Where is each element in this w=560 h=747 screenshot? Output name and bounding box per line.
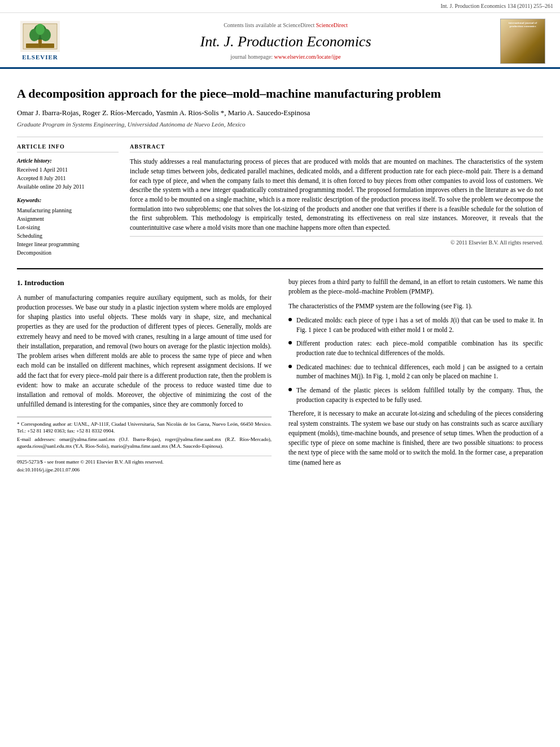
- svg-point-6: [36, 24, 45, 35]
- top-bar: Int. J. Production Economics 134 (2011) …: [0, 0, 560, 13]
- kw-5: Integer linear programming: [17, 240, 119, 248]
- affiliation: Graduate Program in Systems Engineering,…: [17, 120, 543, 129]
- body-col-right: buy pieces from a third party to fulfill…: [288, 277, 543, 474]
- elsevier-tree-icon: [20, 21, 60, 52]
- available-date: Available online 20 July 2011: [17, 183, 119, 191]
- bullet-list: Dedicated molds: each piece of type i ha…: [288, 316, 543, 404]
- kw-3: Lot-sizing: [17, 223, 119, 231]
- kw-1: Manufacturing planning: [17, 206, 119, 215]
- elsevier-logo: ELSEVIER: [9, 21, 71, 62]
- doi-line1: 0925-5273/$ - see front matter © 2011 El…: [17, 458, 272, 466]
- body-col2-p1: buy pieces from a third party to fulfill…: [288, 277, 543, 297]
- authors: Omar J. Ibarra-Rojas, Roger Z. Ríos-Merc…: [17, 108, 543, 118]
- bullet-text-3: Dedicated machines: due to technical dif…: [296, 362, 543, 381]
- doi-section: 0925-5273/$ - see front matter © 2011 El…: [17, 456, 272, 474]
- article-history: Article history: Received 1 April 2011 A…: [17, 157, 119, 191]
- accepted-date: Accepted 8 July 2011: [17, 174, 119, 182]
- history-label: Article history:: [17, 157, 119, 165]
- bullet-dot-1: [288, 318, 292, 321]
- journal-header: ELSEVIER Contents lists available at Sci…: [0, 13, 560, 69]
- contents-line: Contents lists available at ScienceDirec…: [71, 21, 500, 29]
- journal-homepage: journal homepage: www.elsevier.com/locat…: [71, 53, 500, 61]
- bullet-text-4: The demand of the plastic pieces is seld…: [296, 386, 543, 404]
- body-col-left: 1. Introduction A number of manufacturin…: [17, 277, 272, 474]
- copyright-line: © 2011 Elsevier B.V. All rights reserved…: [130, 236, 543, 247]
- journal-title: Int. J. Production Economics: [71, 32, 500, 52]
- body-col1-p1: A number of manufacturing companies requ…: [17, 293, 272, 410]
- keywords-label: Keywords:: [17, 196, 119, 204]
- doi-line2: doi:10.1016/j.ijpe.2011.07.006: [17, 466, 272, 474]
- received-date: Received 1 April 2011: [17, 166, 119, 174]
- abstract-col: ABSTRACT This study addresses a real man…: [130, 143, 543, 257]
- article-info-label: ARTICLE INFO: [17, 143, 119, 152]
- kw-2: Assignment: [17, 215, 119, 223]
- citation: Int. J. Production Economics 134 (2011) …: [440, 3, 553, 9]
- keywords-section: Keywords: Manufacturing planning Assignm…: [17, 196, 119, 257]
- kw-6: Decomposition: [17, 248, 119, 257]
- abstract-text: This study addresses a real manufacturin…: [130, 157, 543, 232]
- body-col2-p3: Therefore, it is necessary to make an ac…: [288, 409, 543, 468]
- bullet-item-1: Dedicated molds: each piece of type i ha…: [288, 316, 543, 334]
- body-section: 1. Introduction A number of manufacturin…: [17, 268, 543, 474]
- body-two-col: 1. Introduction A number of manufacturin…: [17, 277, 543, 474]
- bullet-text-2: Different production rates: each piece–m…: [296, 339, 543, 357]
- footnote-star: * Corresponding author at: UANL, AP-111F…: [17, 421, 272, 435]
- article-info-abstract: ARTICLE INFO Article history: Received 1…: [17, 137, 543, 257]
- abstract-label: ABSTRACT: [130, 143, 543, 152]
- journal-header-center: Contents lists available at ScienceDirec…: [71, 21, 500, 61]
- footnote-email: E-mail addresses: omar@yalma.fime.uanl.m…: [17, 436, 272, 450]
- bullet-dot-3: [288, 365, 292, 368]
- journal-thumbnail: international journal of production econ…: [500, 19, 545, 64]
- section1-title: 1. Introduction: [17, 277, 272, 289]
- bullet-item-2: Different production rates: each piece–m…: [288, 339, 543, 357]
- bullet-text-1: Dedicated molds: each piece of type i ha…: [296, 316, 543, 334]
- elsevier-logo-section: ELSEVIER: [9, 21, 71, 62]
- article-title: A decomposition approach for the piece–m…: [17, 86, 543, 102]
- bullet-item-4: The demand of the plastic pieces is seld…: [288, 386, 543, 404]
- journal-thumb-section: international journal of production econ…: [500, 19, 551, 64]
- footnote-section: * Corresponding author at: UANL, AP-111F…: [17, 417, 272, 450]
- main-content: A decomposition approach for the piece–m…: [0, 69, 560, 480]
- bullet-item-3: Dedicated machines: due to technical dif…: [288, 362, 543, 381]
- homepage-link[interactable]: www.elsevier.com/locate/ijpe: [274, 54, 341, 60]
- article-info-col: ARTICLE INFO Article history: Received 1…: [17, 143, 119, 257]
- bullet-dot-4: [288, 388, 292, 391]
- science-direct-link[interactable]: ScienceDirect: [316, 22, 348, 28]
- body-col2-p2: The characteristics of the PMMP system a…: [288, 302, 543, 311]
- elsevier-name-text: ELSEVIER: [22, 53, 58, 62]
- kw-4: Scheduling: [17, 231, 119, 240]
- bullet-dot-2: [288, 341, 292, 344]
